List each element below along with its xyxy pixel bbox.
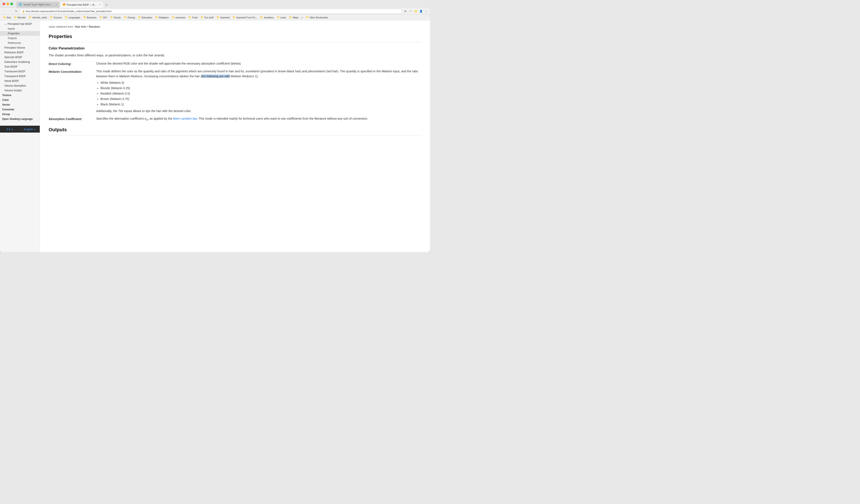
- bookmark-religions[interactable]: 📁 Religions: [154, 16, 170, 19]
- bookmark-imported-fir[interactable]: 📁 Imported From Fir...: [231, 16, 258, 19]
- menu-icon[interactable]: ⋮: [424, 9, 428, 13]
- sidebar-item-volume-absorption[interactable]: Volume Absorption: [0, 83, 40, 88]
- sidebar-item-specular-bsdf[interactable]: Specular BSDF: [0, 55, 40, 60]
- bookmark-education[interactable]: 📁 Education: [137, 16, 154, 19]
- main-area: ▭ Principled Hair BSDF Inputs Properties…: [0, 20, 430, 252]
- sidebar-label: Translucent BSDF: [4, 70, 26, 73]
- language-selector[interactable]: English ▲: [20, 128, 40, 131]
- sidebar-label: Principled Volume: [4, 46, 25, 49]
- sidebar-item-inputs[interactable]: Inputs: [0, 26, 40, 31]
- sidebar-item-subsurface-scattering[interactable]: Subsurface Scattering: [0, 60, 40, 64]
- bookmark-blender[interactable]: 📁 Blender: [13, 16, 27, 19]
- sidebar-item-converter[interactable]: Converter: [0, 107, 40, 112]
- sidebar-item-volume-scatter[interactable]: Volume Scatter: [0, 88, 40, 93]
- star-icon[interactable]: ⭐: [414, 9, 418, 13]
- bookmark-other[interactable]: 📁 Other Bookmarks: [304, 16, 329, 19]
- bookmark-label: Education: [142, 16, 152, 19]
- sidebar-label: Inputs: [8, 27, 15, 30]
- sidebar-item-properties[interactable]: Properties: [0, 31, 40, 36]
- version-text: 3.6: [6, 128, 10, 131]
- sidebar-label: Refraction BSDF: [4, 51, 24, 54]
- bookmark-label: Imported From Fir...: [236, 16, 257, 19]
- back-button[interactable]: ‹: [2, 9, 6, 14]
- sidebar: ▭ Principled Hair BSDF Inputs Properties…: [0, 20, 40, 252]
- sidebar-item-color[interactable]: Color: [0, 98, 40, 102]
- bookmark-business[interactable]: 📁 Business: [82, 16, 98, 19]
- bookmark-label: Jewellery: [264, 16, 274, 19]
- bookmark-laws[interactable]: 📁 Laws: [275, 16, 287, 19]
- bookmark-arts[interactable]: 📁 Arts: [2, 16, 12, 19]
- bookmark-blender-artist[interactable]: 📁 blender_artist: [27, 16, 48, 19]
- tab-blender[interactable]: 🟠 Principled Hair BSDF — Blende... ✕: [60, 2, 103, 8]
- sidebar-item-outputs[interactable]: Outputs: [0, 36, 40, 41]
- bookmark-folder-icon: 📁: [306, 16, 309, 19]
- sidebar-item-transparent-bsdf[interactable]: Transparent BSDF: [0, 74, 40, 79]
- sidebar-item-references[interactable]: References: [0, 41, 40, 45]
- sidebar-item-group[interactable]: Group: [0, 112, 40, 117]
- bookmark-label: Fun stuff: [204, 16, 214, 19]
- maximize-button[interactable]: [10, 3, 13, 5]
- list-item: Blonde (Melanin 0.25): [100, 86, 421, 91]
- bookmark-label: exercises: [175, 16, 185, 19]
- sidebar-item-toon-bsdf[interactable]: Toon BSDF: [0, 64, 40, 69]
- sidebar-item-vector[interactable]: Vector: [0, 102, 40, 107]
- close-button[interactable]: [3, 3, 5, 5]
- tabs-bar: 🌐 "actual" là gì? Nghĩa của từ ac... ✕ 🟠…: [15, 0, 427, 8]
- bookmark-label: Driving: [128, 16, 135, 19]
- profile-icon[interactable]: 👤: [419, 9, 423, 13]
- sidebar-item-translucent-bsdf[interactable]: Translucent BSDF: [0, 69, 40, 74]
- tab-close-1[interactable]: ✕: [55, 3, 57, 6]
- forward-button[interactable]: ›: [8, 9, 13, 14]
- new-tab-button[interactable]: +: [104, 2, 109, 8]
- sidebar-item-open-shading-language[interactable]: Open Shading Language: [0, 117, 40, 121]
- bookmark-driving[interactable]: 📁 Driving: [123, 16, 136, 19]
- version-arrow: ▲: [11, 128, 13, 130]
- zoom-icon[interactable]: ⊕: [403, 9, 407, 13]
- bookmark-folder-icon: 📁: [3, 16, 6, 19]
- sidebar-item-refraction-bsdf[interactable]: Refraction BSDF: [0, 50, 40, 55]
- sidebar-item-principled-hair-bsdf[interactable]: ▭ Principled Hair BSDF: [0, 21, 40, 26]
- bookmark-folder-icon: 📁: [100, 16, 103, 19]
- bookmark-folder-icon: 📁: [201, 16, 203, 19]
- sidebar-label: Properties: [8, 32, 20, 35]
- bookmark-folder-icon: 📁: [216, 16, 219, 19]
- tab-label-2: Principled Hair BSDF — Blende...: [67, 3, 97, 6]
- tab-close-2[interactable]: ✕: [99, 3, 101, 6]
- bookmark-label: Languages: [68, 16, 80, 19]
- bookmark-diy[interactable]: 📁 DIY: [98, 16, 109, 19]
- bookmark-maps[interactable]: 📁 Maps: [288, 16, 300, 19]
- traffic-lights: [3, 3, 13, 5]
- url-text: docs.blender.org/manual/en/3.6/render/sh…: [26, 10, 112, 13]
- bookmark-exercises[interactable]: 📁 exercises: [171, 16, 187, 19]
- version-selector[interactable]: 3.6 ▲: [0, 128, 20, 131]
- sidebar-item-texture[interactable]: Texture: [0, 93, 40, 98]
- sidebar-item-principled-volume[interactable]: Principled Volume: [0, 45, 40, 50]
- sidebar-label: Specular BSDF: [4, 56, 22, 59]
- collapse-icon: ▭: [4, 23, 6, 25]
- bookmark-forums[interactable]: 📁 Forums: [48, 16, 63, 19]
- bookmark-imported[interactable]: 📁 Imported: [215, 16, 231, 19]
- address-bar[interactable]: 🔒 docs.blender.org/manual/en/3.6/render/…: [20, 9, 402, 14]
- sidebar-item-velvet-bsdf[interactable]: Velvet BSDF: [0, 79, 40, 83]
- minimize-button[interactable]: [6, 3, 9, 5]
- tab-actual[interactable]: 🌐 "actual" là gì? Nghĩa của từ ac... ✕: [16, 2, 60, 8]
- tab-label-1: "actual" là gì? Nghĩa của từ ac...: [23, 3, 53, 6]
- bookmark-languages[interactable]: 📁 Languages: [63, 16, 81, 19]
- sidebar-label: Subsurface Scattering: [4, 60, 30, 63]
- sidebar-label: Outputs: [8, 37, 17, 40]
- bookmark-funstuff[interactable]: 📁 Fun stuff: [199, 16, 215, 19]
- bookmark-icon[interactable]: ☆: [408, 9, 413, 13]
- tab-favicon-1: 🌐: [19, 3, 22, 6]
- bookmark-more[interactable]: »: [300, 16, 304, 19]
- highlight-text: the following are with: [202, 74, 230, 78]
- bookmark-doctor[interactable]: 📁 Doctor: [109, 16, 122, 19]
- bookmark-folder-icon: 📁: [83, 16, 86, 19]
- bookmarks-bar: 📁 Arts 📁 Blender 📁 blender_artist 📁 Foru…: [0, 15, 430, 20]
- content-area: value obtained from Hair Info • Random .…: [40, 20, 430, 252]
- bookmark-jewellery[interactable]: 📁 Jewellery: [259, 16, 275, 19]
- bookmark-food[interactable]: 📁 Food: [187, 16, 199, 19]
- color-parametrization-description: The shader provides three different ways…: [48, 53, 421, 58]
- sidebar-label: Volume Absorption: [4, 84, 26, 87]
- reload-button[interactable]: ↻: [14, 9, 18, 14]
- beer-lambert-link[interactable]: Beer-Lambert law: [173, 117, 197, 120]
